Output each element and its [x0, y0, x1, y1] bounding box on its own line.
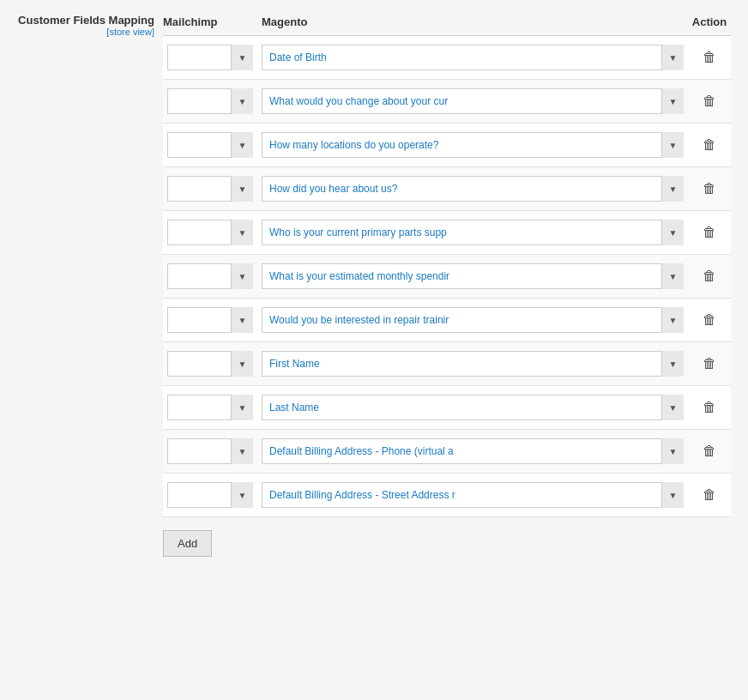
magento-select-wrapper-5: Who is your current primary parts supp ▼	[262, 220, 684, 245]
table-row: ▼ Date of Birth ▼ 🗑	[163, 36, 731, 80]
delete-row-button-7[interactable]: 🗑	[703, 312, 716, 328]
mailchimp-select-wrapper-5: ▼	[167, 220, 253, 245]
delete-row-button-5[interactable]: 🗑	[703, 225, 716, 240]
mailchimp-cell-6: ▼	[163, 263, 257, 289]
magento-cell-1: Date of Birth ▼	[257, 45, 688, 70]
mailchimp-select-wrapper-8: ▼	[167, 351, 253, 377]
mailchimp-select-wrapper-2: ▼	[167, 88, 253, 114]
mailchimp-cell-7: ▼	[163, 307, 257, 333]
mailchimp-cell-9: ▼	[163, 395, 257, 420]
action-cell-4: 🗑	[688, 181, 731, 196]
magento-select-8[interactable]: First Name	[262, 351, 684, 377]
delete-row-button-9[interactable]: 🗑	[703, 400, 716, 415]
magento-select-wrapper-6: What is your estimated monthly spendir ▼	[262, 263, 684, 289]
mailchimp-cell-1: ▼	[163, 45, 257, 70]
add-button[interactable]: Add	[163, 530, 212, 557]
table-row: ▼ Last Name ▼ 🗑	[163, 386, 731, 430]
action-cell-11: 🗑	[688, 487, 731, 503]
magento-select-9[interactable]: Last Name	[262, 395, 684, 420]
magento-cell-5: Who is your current primary parts supp ▼	[257, 220, 688, 245]
magento-select-1[interactable]: Date of Birth	[262, 45, 684, 70]
mailchimp-select-9[interactable]	[167, 395, 244, 420]
table-row: ▼ Default Billing Address - Street Addre…	[163, 474, 731, 517]
action-cell-10: 🗑	[688, 444, 731, 459]
right-content: Mailchimp Magento Action ▼ Date of Birth…	[163, 9, 731, 570]
mailchimp-select-2[interactable]	[167, 88, 244, 114]
mailchimp-select-wrapper-9: ▼	[167, 395, 253, 420]
delete-row-button-2[interactable]: 🗑	[703, 94, 716, 109]
table-row: ▼ What is your estimated monthly spendir…	[163, 255, 731, 299]
table-row: ▼ Who is your current primary parts supp…	[163, 211, 731, 255]
table-row: ▼ How many locations do you operate? ▼ 🗑	[163, 124, 731, 167]
mailchimp-select-wrapper-1: ▼	[167, 45, 253, 70]
magento-select-wrapper-8: First Name ▼	[262, 351, 684, 377]
magento-select-3[interactable]: How many locations do you operate?	[262, 132, 684, 158]
magento-select-wrapper-9: Last Name ▼	[262, 395, 684, 420]
magento-cell-2: What would you change about your cur ▼	[257, 88, 688, 114]
magento-select-10[interactable]: Default Billing Address - Phone (virtual…	[262, 438, 684, 464]
magento-select-4[interactable]: How did you hear about us?	[262, 176, 684, 202]
mailchimp-select-10[interactable]	[167, 438, 244, 464]
action-cell-9: 🗑	[688, 400, 731, 415]
mailchimp-select-6[interactable]	[167, 263, 244, 289]
action-cell-1: 🗑	[688, 50, 731, 65]
mailchimp-select-4[interactable]	[167, 176, 244, 202]
magento-select-2[interactable]: What would you change about your cur	[262, 88, 684, 114]
mailchimp-select-wrapper-4: ▼	[167, 176, 253, 202]
magento-cell-11: Default Billing Address - Street Address…	[257, 482, 688, 508]
magento-select-wrapper-2: What would you change about your cur ▼	[262, 88, 684, 114]
magento-select-5[interactable]: Who is your current primary parts supp	[262, 220, 684, 245]
mailchimp-select-wrapper-11: ▼	[167, 482, 253, 508]
action-cell-5: 🗑	[688, 225, 731, 240]
action-cell-7: 🗑	[688, 312, 731, 328]
magento-cell-4: How did you hear about us? ▼	[257, 176, 688, 202]
delete-row-button-6[interactable]: 🗑	[703, 269, 716, 284]
magento-cell-8: First Name ▼	[257, 351, 688, 377]
action-cell-6: 🗑	[688, 269, 731, 284]
action-cell-8: 🗑	[688, 356, 731, 371]
magento-select-7[interactable]: Would you be interested in repair traini…	[262, 307, 684, 333]
table-row: ▼ How did you hear about us? ▼ 🗑	[163, 167, 731, 211]
mailchimp-select-11[interactable]	[167, 482, 244, 508]
add-button-row: Add	[163, 517, 731, 570]
mailchimp-cell-4: ▼	[163, 176, 257, 202]
delete-row-button-3[interactable]: 🗑	[703, 137, 716, 153]
mailchimp-select-8[interactable]	[167, 351, 244, 377]
section-title: Customer Fields Mapping	[9, 14, 154, 27]
mailchimp-cell-10: ▼	[163, 438, 257, 464]
mailchimp-cell-2: ▼	[163, 88, 257, 114]
mailchimp-select-1[interactable]	[167, 45, 244, 70]
col-header-mailchimp: Mailchimp	[163, 15, 257, 28]
customer-fields-mapping-section: Customer Fields Mapping [store view] Mai…	[0, 0, 748, 700]
delete-row-button-10[interactable]: 🗑	[703, 444, 716, 459]
delete-row-button-4[interactable]: 🗑	[703, 181, 716, 196]
section-label-group: Customer Fields Mapping [store view]	[9, 9, 163, 570]
magento-select-11[interactable]: Default Billing Address - Street Address…	[262, 482, 684, 508]
table-row: ▼ What would you change about your cur ▼…	[163, 80, 731, 124]
mailchimp-select-wrapper-7: ▼	[167, 307, 253, 333]
mapping-wrapper: Customer Fields Mapping [store view] Mai…	[0, 0, 748, 578]
magento-select-6[interactable]: What is your estimated monthly spendir	[262, 263, 684, 289]
magento-select-wrapper-1: Date of Birth ▼	[262, 45, 684, 70]
mailchimp-select-7[interactable]	[167, 307, 244, 333]
mailchimp-cell-8: ▼	[163, 351, 257, 377]
table-row: ▼ Would you be interested in repair trai…	[163, 299, 731, 342]
mailchimp-cell-3: ▼	[163, 132, 257, 158]
mailchimp-select-5[interactable]	[167, 220, 244, 245]
mailchimp-cell-5: ▼	[163, 220, 257, 245]
table-row: ▼ First Name ▼ 🗑	[163, 342, 731, 386]
col-header-magento: Magento	[257, 15, 688, 28]
delete-row-button-1[interactable]: 🗑	[703, 50, 716, 65]
magento-select-wrapper-11: Default Billing Address - Street Address…	[262, 482, 684, 508]
magento-cell-10: Default Billing Address - Phone (virtual…	[257, 438, 688, 464]
mailchimp-select-3[interactable]	[167, 132, 244, 158]
magento-cell-3: How many locations do you operate? ▼	[257, 132, 688, 158]
magento-select-wrapper-10: Default Billing Address - Phone (virtual…	[262, 438, 684, 464]
rows-container: ▼ Date of Birth ▼ 🗑 ▼	[163, 36, 731, 517]
table-row: ▼ Default Billing Address - Phone (virtu…	[163, 430, 731, 474]
delete-row-button-8[interactable]: 🗑	[703, 356, 716, 371]
magento-cell-9: Last Name ▼	[257, 395, 688, 420]
delete-row-button-11[interactable]: 🗑	[703, 487, 716, 503]
mailchimp-select-wrapper-3: ▼	[167, 132, 253, 158]
action-cell-2: 🗑	[688, 94, 731, 109]
